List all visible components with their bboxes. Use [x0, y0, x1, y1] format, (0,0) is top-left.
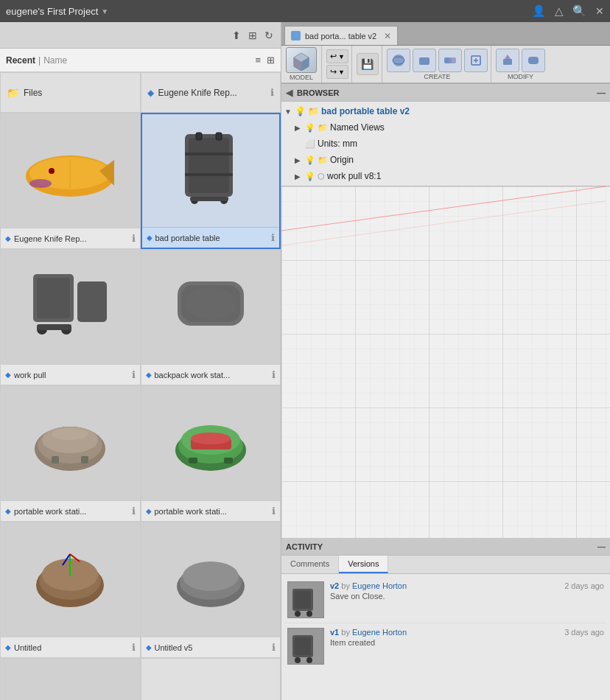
version-v1-message: Item created [330, 638, 558, 647]
info-icon[interactable]: ℹ [270, 87, 274, 98]
modify-tool-1[interactable] [496, 49, 519, 72]
svg-point-70 [306, 611, 312, 617]
list-item[interactable]: ◆ portable work stati... ℹ [0, 385, 141, 522]
list-item[interactable]: 📁 Files [0, 72, 141, 113]
version-v1-info: v1 by Eugene Horton Item created [330, 628, 558, 647]
pull-svg [500, 53, 515, 68]
browser-collapse-left[interactable]: ◀ [286, 88, 292, 98]
undo-arrow: ▼ [338, 53, 345, 60]
shape-icon[interactable]: △ [555, 4, 564, 18]
tree-named-views-row[interactable]: ▶ 💡 📁 Named Views [281, 119, 610, 136]
version-item-v2: v2 by Eugene Horton Save on Close. 2 day… [284, 577, 607, 623]
model-cube-btn[interactable] [286, 47, 317, 73]
tree-workpull-row[interactable]: ▶ 💡 ⬡ work pull v8:1 [281, 168, 610, 184]
solid-svg [417, 53, 432, 68]
cube-svg [291, 50, 312, 71]
activity-content: v2 by Eugene Horton Save on Close. 2 day… [281, 574, 610, 700]
info-btn[interactable]: ℹ [272, 642, 276, 653]
list-item[interactable]: ◆ backpack work stat... ℹ [141, 249, 281, 385]
activity-panel: ACTIVITY — Comments Versions [281, 538, 610, 700]
list-item[interactable]: ◆ work pull ℹ [0, 249, 141, 385]
thumb-area [1, 386, 140, 500]
list-item[interactable]: ◆ Untitled v5 ℹ [141, 522, 281, 658]
version-v1-author: Eugene Horton [352, 628, 407, 637]
tree-root-arrow: ▼ [284, 108, 295, 116]
browser-collapse-right[interactable]: — [597, 88, 606, 98]
recent-name: Name [43, 55, 67, 66]
list-item[interactable]: ◆ bad portable table ℹ [141, 113, 281, 249]
list-item[interactable] [141, 658, 281, 700]
create-tool-2[interactable] [413, 49, 436, 72]
3d-view[interactable] [281, 186, 610, 538]
top-bar-icons: 👤 △ 🔍 ✕ [532, 4, 604, 18]
version-v1-by: by [341, 628, 352, 637]
info-btn[interactable]: ℹ [132, 233, 136, 244]
list-options-icon[interactable]: ≡ [255, 55, 261, 66]
tab-comments[interactable]: Comments [281, 556, 339, 573]
svg-point-73 [295, 657, 301, 663]
item-footer: ◆ Eugene Knife Rep... ℹ [1, 228, 140, 248]
title-arrow[interactable]: ▼ [101, 7, 108, 15]
create-tool-1[interactable] [387, 49, 410, 72]
redo-btn[interactable]: ↪ ▼ [326, 65, 348, 79]
item-label: work pull [14, 371, 129, 379]
grid-toggle-icon[interactable]: ⊞ [267, 55, 275, 66]
refresh-icon[interactable]: ↻ [264, 29, 273, 41]
list-item[interactable]: ◆ portable work stati... ℹ [141, 385, 281, 522]
info-btn[interactable]: ℹ [271, 232, 275, 243]
info-btn[interactable]: ℹ [272, 369, 276, 380]
item-footer: ◆ backpack work stat... ℹ [141, 364, 281, 385]
item-footer: ◆ Untitled ℹ [1, 637, 140, 657]
tab-close-btn[interactable]: ✕ [384, 31, 391, 41]
thumb-area [142, 114, 280, 227]
tree-workpull-arrow: ▶ [295, 172, 305, 181]
toolbar: MODEL ↩ ▼ ↪ ▼ 💾 [281, 46, 610, 84]
nav-section: ↩ ▼ ↪ ▼ [323, 46, 352, 83]
list-item[interactable]: ◆ Eugene Knife Rep... ℹ [0, 113, 141, 249]
create-tool-4[interactable] [464, 49, 488, 72]
tree-origin-folder-icon: 📁 [318, 155, 328, 165]
item-type-icon: ◆ [5, 643, 11, 651]
left-header: ⬆ ⊞ ↻ [0, 22, 281, 49]
item-label: portable work stati... [155, 507, 270, 516]
tree-origin-row[interactable]: ▶ 💡 📁 Origin [281, 152, 610, 168]
list-item[interactable] [0, 658, 141, 700]
active-tab[interactable]: bad porta... table v2 ✕ [284, 26, 398, 45]
undo-btn[interactable]: ↩ ▼ [326, 49, 348, 63]
close-icon[interactable]: ✕ [595, 5, 604, 17]
tree-workpull-comp-icon: ⬡ [318, 172, 325, 181]
sphere-svg [391, 53, 406, 68]
tree-units-row[interactable]: ⬜ Units: mm [281, 136, 610, 152]
save-btn[interactable]: 💾 [357, 53, 379, 75]
modify-tool-2[interactable] [522, 49, 545, 72]
version-v2-line1: v2 by Eugene Horton [330, 581, 558, 590]
version-thumb-v1 [287, 628, 324, 665]
list-item[interactable]: ◆ Eugene Knife Rep... ℹ [141, 72, 281, 113]
info-btn[interactable]: ℹ [132, 642, 136, 653]
create-tool-3[interactable] [438, 49, 462, 72]
grid-view-icon[interactable]: ⊞ [248, 29, 257, 41]
tree-root-row[interactable]: ▼ 💡 📁 bad portable table v2 [281, 103, 610, 119]
info-btn[interactable]: ℹ [272, 505, 276, 517]
backpack-svg [166, 274, 255, 340]
luggage-svg [174, 130, 248, 211]
info-btn[interactable]: ℹ [132, 369, 136, 380]
up-arrow-icon[interactable]: ⬆ [232, 29, 241, 41]
info-btn[interactable]: ℹ [132, 505, 136, 517]
version-v2-by: by [341, 581, 352, 590]
tree-workpull-label: work pull v8:1 [327, 171, 381, 181]
svg-rect-62 [528, 57, 539, 64]
save-section: 💾 [354, 46, 382, 83]
tab-versions[interactable]: Versions [339, 556, 388, 573]
item-type-icon: ◆ [5, 234, 11, 242]
browser-header: ◀ BROWSER — [281, 84, 610, 102]
user-icon[interactable]: 👤 [532, 4, 546, 18]
modify-label: MODIFY [508, 73, 533, 80]
search-icon[interactable]: 🔍 [572, 4, 586, 18]
thumb-area [1, 522, 140, 637]
untitled-svg [29, 547, 111, 613]
tree-origin-label: Origin [330, 155, 354, 165]
activity-collapse-btn[interactable]: — [597, 542, 606, 551]
version-v1-ver: v1 [330, 628, 339, 637]
list-item[interactable]: ◆ Untitled ℹ [0, 522, 141, 658]
